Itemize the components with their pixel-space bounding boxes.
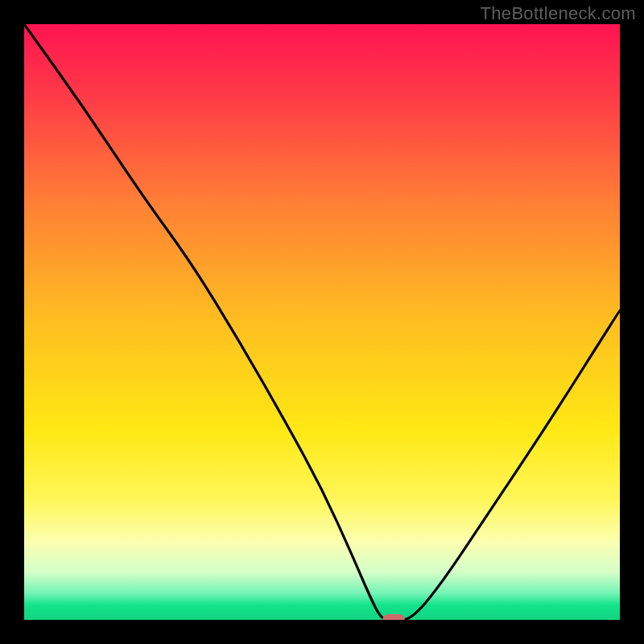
bottleneck-curve xyxy=(24,24,620,620)
chart-frame: TheBottleneck.com xyxy=(0,0,644,644)
optimal-point-marker xyxy=(382,614,405,620)
watermark-text: TheBottleneck.com xyxy=(481,3,636,24)
plot-area xyxy=(24,24,620,620)
